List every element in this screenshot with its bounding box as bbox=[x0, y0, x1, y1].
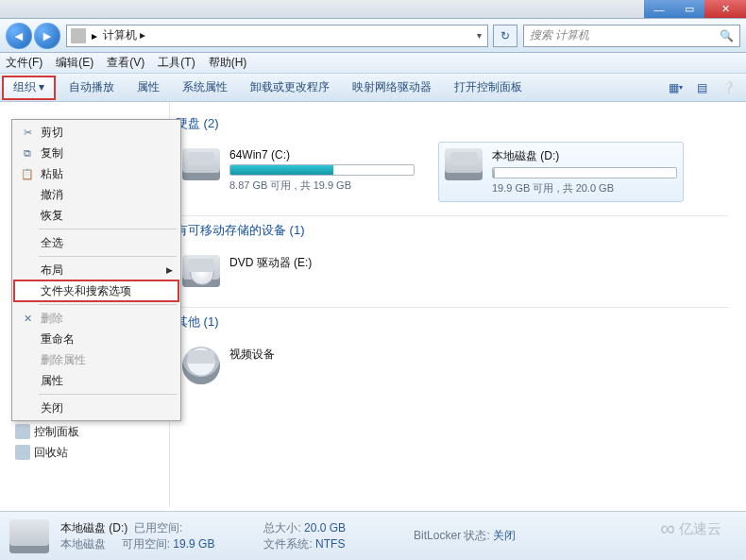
computer-icon bbox=[71, 28, 86, 43]
status-total: 20.0 GB bbox=[304, 521, 346, 535]
selected-drive-icon bbox=[9, 519, 49, 553]
address-path: 计算机 ▸ bbox=[103, 27, 469, 43]
drive-d-space-bar bbox=[492, 167, 677, 178]
hdd-icon bbox=[182, 148, 220, 180]
tb-autoplay[interactable]: 自动播放 bbox=[58, 74, 126, 101]
delete-icon: ✕ bbox=[20, 311, 35, 326]
close-window-button[interactable]: ✕ bbox=[704, 0, 746, 18]
details-pane: 本地磁盘 (D:) 已用空间: 本地磁盘 可用空间: 19.9 GB 总大小: … bbox=[0, 511, 746, 560]
menu-view[interactable]: 查看(V) bbox=[107, 55, 144, 71]
section-other[interactable]: 其他 (1) bbox=[176, 314, 729, 331]
minimize-button[interactable]: — bbox=[644, 0, 674, 18]
view-options-icon[interactable]: ▦▾ bbox=[665, 77, 686, 98]
drive-c-subtext: 8.87 GB 可用 , 共 19.9 GB bbox=[229, 178, 415, 193]
menu-rename[interactable]: 重命名 bbox=[14, 329, 178, 349]
menu-bar: 文件(F) 编辑(E) 查看(V) 工具(T) 帮助(H) bbox=[0, 53, 746, 74]
sidebar-item-recycle-bin[interactable]: 回收站 bbox=[0, 442, 169, 463]
menu-remove-properties: 删除属性 bbox=[14, 349, 178, 370]
window-titlebar: — ▭ ✕ bbox=[0, 0, 746, 19]
drive-c[interactable]: 64Win7 (C:) 8.87 GB 可用 , 共 19.9 GB bbox=[176, 142, 421, 202]
menu-close[interactable]: 关闭 bbox=[14, 398, 178, 418]
content-pane: 硬盘 (2) 64Win7 (C:) 8.87 GB 可用 , 共 19.9 G… bbox=[170, 102, 746, 507]
address-bar[interactable]: ▸ 计算机 ▸ ▾ bbox=[66, 25, 488, 47]
tb-control-panel[interactable]: 打开控制面板 bbox=[443, 74, 534, 101]
section-removable[interactable]: 有可移动存储的设备 (1) bbox=[176, 222, 729, 239]
control-panel-icon bbox=[15, 424, 30, 439]
status-title: 本地磁盘 (D:) bbox=[60, 521, 127, 535]
command-toolbar: 组织 ▾ 自动播放 属性 系统属性 卸载或更改程序 映射网络驱动器 打开控制面板… bbox=[0, 74, 746, 102]
menu-select-all[interactable]: 全选 bbox=[14, 232, 178, 253]
tb-system-properties[interactable]: 系统属性 bbox=[171, 74, 239, 101]
hdd-icon bbox=[445, 148, 483, 180]
status-filesystem: NTFS bbox=[315, 537, 345, 551]
forward-button[interactable]: ► bbox=[34, 23, 60, 49]
menu-delete: ✕删除 bbox=[14, 308, 178, 329]
submenu-arrow-icon: ▶ bbox=[166, 265, 173, 275]
drive-d-label: 本地磁盘 (D:) bbox=[492, 148, 677, 164]
tb-properties[interactable]: 属性 bbox=[126, 74, 171, 101]
address-dropdown-icon[interactable]: ▾ bbox=[475, 30, 483, 41]
dvd-drive-icon bbox=[182, 255, 220, 287]
recycle-bin-icon bbox=[15, 445, 30, 460]
drive-d-subtext: 19.9 GB 可用 , 共 20.0 GB bbox=[492, 181, 677, 195]
device-camera-label: 视频设备 bbox=[229, 347, 415, 363]
drive-dvd[interactable]: DVD 驱动器 (E:) bbox=[176, 248, 421, 294]
tb-map-drive[interactable]: 映射网络驱动器 bbox=[341, 74, 443, 101]
scissors-icon: ✂ bbox=[20, 125, 35, 140]
refresh-button[interactable]: ↻ bbox=[493, 25, 517, 47]
help-icon[interactable]: ❔ bbox=[718, 77, 738, 98]
menu-help[interactable]: 帮助(H) bbox=[209, 55, 247, 71]
menu-paste[interactable]: 📋粘贴 bbox=[14, 163, 178, 184]
device-camera[interactable]: 视频设备 bbox=[176, 340, 421, 391]
menu-edit[interactable]: 编辑(E) bbox=[56, 55, 93, 71]
menu-layout[interactable]: 布局▶ bbox=[14, 260, 178, 280]
status-bitlocker: 关闭 bbox=[493, 529, 516, 542]
menu-tools[interactable]: 工具(T) bbox=[158, 55, 195, 71]
drive-c-label: 64Win7 (C:) bbox=[229, 148, 415, 161]
drive-d[interactable]: 本地磁盘 (D:) 19.9 GB 可用 , 共 20.0 GB bbox=[438, 142, 684, 202]
drive-dvd-label: DVD 驱动器 (E:) bbox=[229, 255, 415, 271]
menu-undo[interactable]: 撤消 bbox=[14, 184, 178, 205]
camera-icon bbox=[182, 347, 220, 384]
maximize-button[interactable]: ▭ bbox=[674, 0, 704, 18]
paste-icon: 📋 bbox=[20, 166, 35, 181]
menu-folder-and-search-options[interactable]: 文件夹和搜索选项 bbox=[14, 280, 178, 301]
tb-uninstall[interactable]: 卸载或更改程序 bbox=[239, 74, 341, 101]
back-button[interactable]: ◄ bbox=[6, 23, 32, 49]
sidebar-item-control-panel[interactable]: 控制面板 bbox=[0, 421, 169, 442]
menu-properties[interactable]: 属性 bbox=[14, 370, 178, 391]
menu-file[interactable]: 文件(F) bbox=[6, 55, 42, 71]
watermark: ∞亿速云 bbox=[660, 517, 721, 541]
search-placeholder: 搜索 计算机 bbox=[530, 27, 589, 43]
drive-c-space-bar bbox=[229, 164, 415, 176]
menu-cut[interactable]: ✂剪切 bbox=[14, 122, 178, 143]
organize-menu: ✂剪切 ⧉复制 📋粘贴 撤消 恢复 全选 布局▶ 文件夹和搜索选项 ✕删除 重命… bbox=[11, 119, 181, 421]
section-hard-disks[interactable]: 硬盘 (2) bbox=[176, 115, 729, 132]
menu-redo[interactable]: 恢复 bbox=[14, 205, 178, 226]
organize-button[interactable]: 组织 ▾ bbox=[2, 76, 56, 100]
preview-pane-icon[interactable]: ▤ bbox=[691, 77, 712, 98]
menu-copy[interactable]: ⧉复制 bbox=[14, 143, 178, 163]
search-icon: 🔍 bbox=[720, 29, 734, 42]
nav-bar: ◄ ► ▸ 计算机 ▸ ▾ ↻ 搜索 计算机 🔍 bbox=[0, 19, 746, 53]
search-input[interactable]: 搜索 计算机 🔍 bbox=[523, 25, 740, 47]
copy-icon: ⧉ bbox=[20, 145, 35, 161]
status-subtitle: 本地磁盘 bbox=[60, 537, 106, 551]
